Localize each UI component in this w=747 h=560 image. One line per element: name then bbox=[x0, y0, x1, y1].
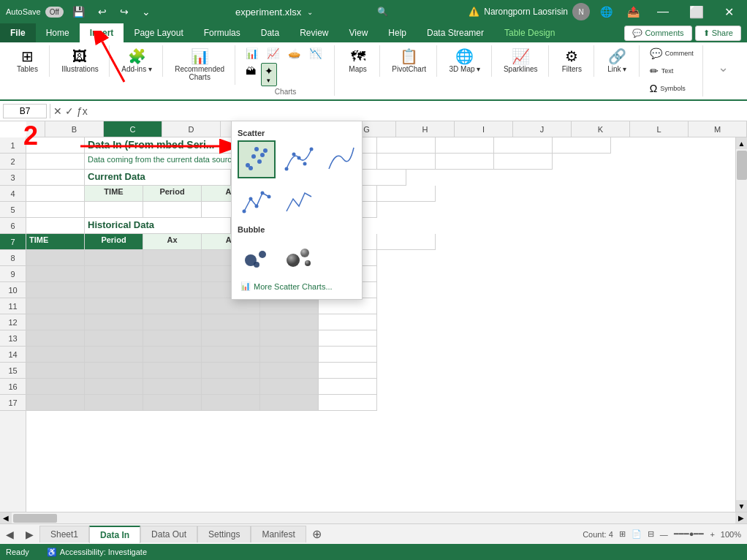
tab-formulas[interactable]: Formulas bbox=[194, 23, 251, 42]
sheet-nav-next[interactable]: ▶ bbox=[20, 529, 39, 540]
cell-b15[interactable] bbox=[26, 363, 85, 379]
cell-g13[interactable] bbox=[319, 330, 377, 347]
col-header-i[interactable]: I bbox=[455, 121, 513, 137]
scatter-straight-lines-option[interactable] bbox=[280, 183, 318, 221]
row-13[interactable]: 13 bbox=[0, 330, 26, 347]
col-header-k[interactable]: K bbox=[572, 121, 630, 137]
bar-chart-button[interactable]: 📉 bbox=[306, 45, 325, 61]
sheet-tab-sheet1[interactable]: Sheet1 bbox=[39, 526, 89, 542]
cell-e15[interactable] bbox=[202, 363, 260, 379]
formula-input[interactable] bbox=[91, 105, 744, 118]
cell-d12[interactable] bbox=[143, 314, 202, 330]
tab-help[interactable]: Help bbox=[378, 23, 417, 42]
cell-c16[interactable] bbox=[85, 379, 143, 395]
confirm-formula-icon[interactable]: ✓ bbox=[65, 105, 74, 117]
comment-button[interactable]: 💬 Comment bbox=[646, 45, 697, 61]
insert-function-icon[interactable]: ƒx bbox=[77, 105, 88, 117]
cell-f12[interactable] bbox=[260, 314, 319, 330]
cell-h4[interactable] bbox=[377, 186, 436, 202]
cell-g12[interactable] bbox=[319, 314, 377, 330]
illustrations-button[interactable]: 🖼 Illustrations bbox=[56, 45, 104, 77]
cell-reference[interactable] bbox=[3, 104, 47, 118]
cell-d8[interactable] bbox=[143, 250, 202, 266]
cell-c6[interactable]: Historical Data bbox=[85, 218, 231, 234]
cell-g2[interactable] bbox=[377, 154, 436, 170]
h-scroll-left-button[interactable]: ◀ bbox=[0, 512, 12, 524]
cell-h1[interactable] bbox=[436, 137, 494, 154]
cell-f11[interactable] bbox=[260, 298, 319, 314]
cell-b6[interactable] bbox=[26, 218, 85, 234]
redo-button[interactable]: ↪ bbox=[115, 4, 133, 19]
zoom-slider[interactable]: ━━━●━━ bbox=[674, 529, 705, 539]
scroll-up-button[interactable]: ▲ bbox=[736, 137, 748, 149]
ribbon-expand-icon[interactable]: ⌄ bbox=[718, 59, 729, 75]
zoom-in-icon[interactable]: + bbox=[710, 530, 714, 539]
symbols-button[interactable]: Ω Symbols bbox=[646, 80, 689, 97]
cell-f13[interactable] bbox=[260, 330, 319, 347]
cell-c11[interactable] bbox=[85, 298, 143, 314]
minimize-button[interactable]: — bbox=[650, 4, 676, 20]
sheet-tab-data-in[interactable]: Data In bbox=[89, 526, 140, 543]
cell-g17[interactable] bbox=[319, 395, 377, 411]
cell-d14[interactable] bbox=[143, 347, 202, 363]
cell-e14[interactable] bbox=[202, 347, 260, 363]
tab-page-layout[interactable]: Page Layout bbox=[124, 23, 193, 42]
sheet-tab-settings[interactable]: Settings bbox=[197, 526, 251, 542]
tab-data[interactable]: Data bbox=[251, 23, 289, 42]
row-12[interactable]: 12 bbox=[0, 314, 26, 330]
cell-f15[interactable] bbox=[260, 363, 319, 379]
search-box[interactable]: 🔍 bbox=[377, 7, 388, 17]
cell-b13[interactable] bbox=[26, 330, 85, 347]
cell-e11[interactable] bbox=[202, 298, 260, 314]
cell-d5[interactable] bbox=[143, 202, 202, 218]
cell-b7-time[interactable]: TIME bbox=[26, 234, 85, 250]
cell-d17[interactable] bbox=[143, 395, 202, 411]
cell-d4-period[interactable]: Period bbox=[143, 186, 202, 202]
cell-g15[interactable] bbox=[319, 363, 377, 379]
ribbon-display-btn[interactable]: 🌐 bbox=[596, 4, 617, 19]
col-header-j[interactable]: J bbox=[513, 121, 572, 137]
cell-d15[interactable] bbox=[143, 363, 202, 379]
cell-e12[interactable] bbox=[202, 314, 260, 330]
share-btn[interactable]: ⬆ Share bbox=[695, 26, 741, 41]
cell-g1[interactable] bbox=[377, 137, 436, 154]
cell-g11[interactable] bbox=[319, 298, 377, 314]
row-7[interactable]: 7 bbox=[0, 234, 26, 250]
scroll-thumb[interactable] bbox=[737, 151, 747, 180]
autosave-toggle[interactable]: Off bbox=[45, 7, 64, 18]
addins-button[interactable]: 🧩 Add-ins ▾ bbox=[116, 45, 157, 77]
cell-d7-ax[interactable]: Ax bbox=[143, 234, 202, 250]
cell-b9[interactable] bbox=[26, 266, 85, 282]
col-header-l[interactable]: L bbox=[630, 121, 689, 137]
tab-insert[interactable]: Insert bbox=[80, 23, 124, 42]
tab-home[interactable]: Home bbox=[36, 23, 80, 42]
close-button[interactable]: ✕ bbox=[717, 4, 741, 20]
scatter-straight-lines-markers-option[interactable] bbox=[238, 183, 276, 221]
cell-b1[interactable] bbox=[26, 137, 85, 154]
row-10[interactable]: 10 bbox=[0, 282, 26, 298]
page-break-icon[interactable]: ⊟ bbox=[648, 529, 654, 539]
sheet-add-button[interactable]: ⊕ bbox=[306, 524, 327, 544]
bubble-3d-chart-option[interactable] bbox=[280, 237, 318, 275]
col-header-c[interactable]: C bbox=[104, 121, 162, 137]
h-scroll-thumb[interactable] bbox=[13, 514, 57, 523]
tab-table-design[interactable]: Table Design bbox=[494, 23, 565, 42]
cell-h2[interactable] bbox=[436, 154, 494, 170]
comments-btn[interactable]: 💬 Comments bbox=[624, 26, 691, 41]
quick-access-more[interactable]: ⌄ bbox=[137, 4, 155, 19]
cell-h7[interactable] bbox=[377, 234, 436, 250]
pie-chart-button[interactable]: 🥧 bbox=[284, 45, 304, 61]
cell-i2[interactable] bbox=[494, 154, 553, 170]
cell-b8[interactable] bbox=[26, 250, 85, 266]
row-17[interactable]: 17 bbox=[0, 395, 26, 411]
recommended-charts-button[interactable]: 📊 RecommendedCharts bbox=[170, 45, 230, 85]
tab-file[interactable]: File bbox=[0, 23, 36, 42]
line-chart-button[interactable]: 📈 bbox=[263, 45, 283, 61]
h-scroll-right-button[interactable]: ▶ bbox=[735, 512, 747, 524]
row-2[interactable]: 2 bbox=[0, 154, 26, 170]
save-button[interactable]: 💾 bbox=[68, 4, 89, 19]
sparklines-button[interactable]: 📈 Sparklines bbox=[498, 45, 543, 77]
cell-d11[interactable] bbox=[143, 298, 202, 314]
cell-f16[interactable] bbox=[260, 379, 319, 395]
scatter-smooth-lines-option[interactable] bbox=[322, 140, 360, 178]
